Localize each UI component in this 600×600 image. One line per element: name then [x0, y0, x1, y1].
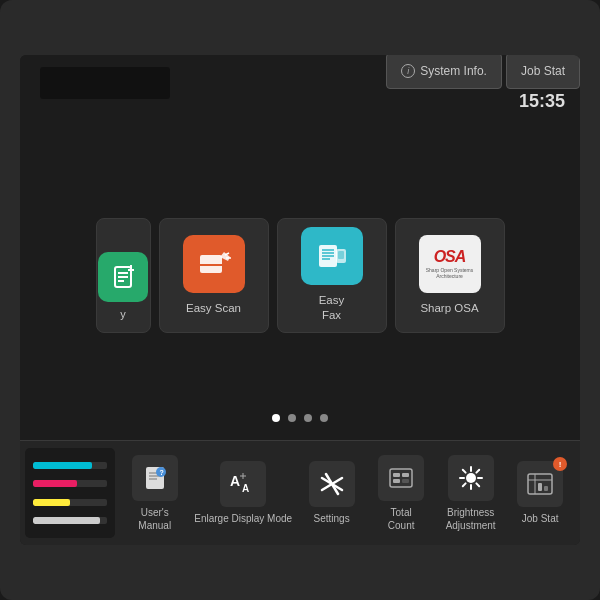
system-info-button[interactable]: i System Info.	[386, 55, 502, 89]
svg-rect-48	[544, 486, 548, 491]
time-display: 15:35	[504, 91, 580, 112]
svg-line-41	[476, 483, 479, 486]
ink-bar-black	[33, 517, 107, 524]
svg-rect-32	[402, 473, 409, 477]
svg-line-43	[462, 483, 465, 486]
osa-text: OSA	[434, 248, 466, 266]
info-icon: i	[401, 64, 415, 78]
ink-track-yellow	[33, 499, 107, 506]
ink-bar-magenta	[33, 480, 107, 487]
easy-scan-label: Easy Scan	[186, 301, 241, 316]
svg-rect-16	[338, 251, 344, 259]
svg-rect-33	[393, 479, 400, 483]
brightness-icon	[457, 464, 485, 492]
easy-fax-label: EasyFax	[319, 293, 345, 323]
toolbar-btn-job-stat[interactable]: ! Job Stat	[510, 461, 570, 525]
ink-fill-magenta	[33, 480, 77, 487]
toolbar-btn-total-count[interactable]: TotalCount	[371, 455, 431, 532]
toolbar-btn-users-manual[interactable]: ? User'sManual	[125, 455, 185, 532]
app-tile-easy-scan[interactable]: Easy Scan	[159, 218, 269, 333]
settings-label: Settings	[314, 512, 350, 525]
users-manual-icon-wrap: ?	[132, 455, 178, 501]
bottom-toolbar: ? User'sManual A A Enl	[20, 440, 580, 545]
total-count-icon	[387, 464, 415, 492]
svg-text:A: A	[242, 483, 249, 494]
ink-fill-black	[33, 517, 100, 524]
easy-fax-icon	[301, 227, 363, 285]
svg-line-29	[326, 474, 338, 494]
page-dot-2[interactable]	[288, 414, 296, 422]
ink-levels-panel	[25, 448, 115, 538]
enlarge-display-label: Enlarge Display Mode	[194, 512, 292, 525]
svg-rect-47	[538, 483, 542, 491]
ink-bar-yellow	[33, 499, 107, 506]
page-dots	[20, 406, 580, 430]
svg-line-8	[225, 253, 229, 255]
app-tile-easy-fax[interactable]: EasyFax	[277, 218, 387, 333]
sharp-osa-icon: OSA Sharp Open Systems Architecture	[419, 235, 481, 293]
ink-track-black	[33, 517, 107, 524]
fax-icon-svg	[314, 239, 350, 273]
main-content: y Easy Scan	[20, 110, 580, 440]
enlarge-display-icon-wrap: A A	[220, 461, 266, 507]
ink-bar-cyan	[33, 462, 107, 469]
brightness-icon-wrap	[448, 455, 494, 501]
job-stat-label-top: Job Stat	[521, 64, 565, 78]
top-bar: i System Info. Job Stat 15:35	[20, 55, 580, 110]
users-manual-icon: ?	[141, 464, 169, 492]
copy-icon-svg	[109, 263, 137, 291]
toolbar-btn-enlarge-display[interactable]: A A Enlarge Display Mode	[194, 461, 292, 525]
system-info-label: System Info.	[420, 64, 487, 78]
easy-scan-icon	[183, 235, 245, 293]
job-stat-button-top[interactable]: Job Stat	[506, 55, 580, 89]
top-bar-right: i System Info. Job Stat 15:35	[386, 55, 580, 112]
job-stat-icon	[526, 471, 554, 497]
ink-fill-yellow	[33, 499, 70, 506]
top-bar-left	[20, 67, 386, 99]
svg-text:?: ?	[159, 469, 163, 476]
toolbar-btn-brightness[interactable]: BrightnessAdjustment	[441, 455, 501, 532]
svg-text:A: A	[230, 473, 240, 489]
ink-fill-cyan	[33, 462, 92, 469]
page-dot-1[interactable]	[272, 414, 280, 422]
time-value: 15:35	[519, 91, 565, 111]
osa-subtext: Sharp Open Systems Architecture	[423, 267, 477, 279]
svg-line-40	[462, 469, 465, 472]
apps-row: y Easy Scan	[96, 218, 505, 333]
svg-line-42	[476, 469, 479, 472]
page-dot-3[interactable]	[304, 414, 312, 422]
device-frame: i System Info. Job Stat 15:35	[0, 0, 600, 600]
job-stat-icon-wrap: !	[517, 461, 563, 507]
users-manual-label: User'sManual	[138, 506, 171, 532]
svg-rect-30	[390, 469, 412, 487]
app-tile-sharp-osa[interactable]: OSA Sharp Open Systems Architecture Shar…	[395, 218, 505, 333]
svg-point-35	[466, 473, 476, 483]
scan-icon-svg	[196, 247, 232, 281]
partial-copy-label: y	[120, 308, 126, 320]
settings-icon-wrap	[309, 461, 355, 507]
logo-area	[40, 67, 170, 99]
settings-icon	[318, 470, 346, 498]
total-count-label: TotalCount	[388, 506, 415, 532]
app-tile-partial-copy[interactable]: y	[96, 218, 151, 333]
toolbar-items: ? User'sManual A A Enl	[120, 455, 575, 532]
total-count-icon-wrap	[378, 455, 424, 501]
ink-track-cyan	[33, 462, 107, 469]
brightness-label: BrightnessAdjustment	[446, 506, 496, 532]
svg-rect-31	[393, 473, 400, 477]
enlarge-display-icon: A A	[228, 470, 258, 498]
screen: i System Info. Job Stat 15:35	[20, 55, 580, 545]
page-dot-4[interactable]	[320, 414, 328, 422]
toolbar-btn-settings[interactable]: Settings	[302, 461, 362, 525]
svg-rect-34	[402, 479, 409, 483]
sharp-osa-label: Sharp OSA	[420, 301, 478, 316]
easy-copy-icon	[98, 252, 148, 302]
ink-track-magenta	[33, 480, 107, 487]
job-stat-badge: !	[553, 457, 567, 471]
job-stat-toolbar-label: Job Stat	[522, 512, 559, 525]
